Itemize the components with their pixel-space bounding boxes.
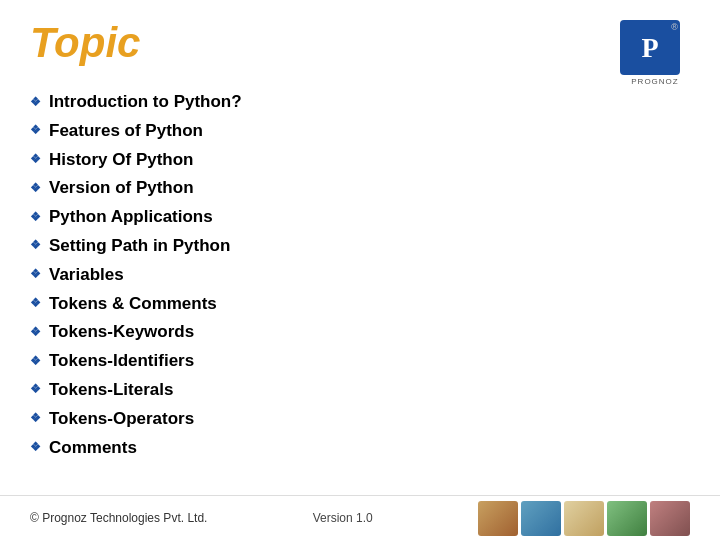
list-item: Features of Python [30, 119, 690, 143]
list-item: Setting Path in Python [30, 234, 690, 258]
header: Topic P ® PROGNOZ [30, 20, 690, 80]
version-text: Version 1.0 [313, 511, 373, 525]
bullet-icon [30, 266, 41, 283]
bullet-icon [30, 381, 41, 398]
bullet-icon [30, 324, 41, 341]
list-item: Comments [30, 436, 690, 460]
topic-label: Features of Python [49, 119, 203, 143]
footer-images [478, 501, 690, 536]
list-item: Tokens & Comments [30, 292, 690, 316]
topic-label: Tokens-Literals [49, 378, 173, 402]
bullet-icon [30, 209, 41, 226]
topic-label: Python Applications [49, 205, 213, 229]
logo: P ® PROGNOZ [620, 20, 690, 80]
slide: Topic P ® PROGNOZ Introduction to Python… [0, 0, 720, 540]
topic-label: Tokens & Comments [49, 292, 217, 316]
topic-label: Setting Path in Python [49, 234, 230, 258]
list-item: Tokens-Identifiers [30, 349, 690, 373]
topic-label: Tokens-Keywords [49, 320, 194, 344]
list-item: Python Applications [30, 205, 690, 229]
bullet-icon [30, 237, 41, 254]
bullet-icon [30, 410, 41, 427]
logo-box: P ® [620, 20, 680, 75]
footer-image-5 [650, 501, 690, 536]
bullet-icon [30, 122, 41, 139]
bullet-icon [30, 151, 41, 168]
topic-label: Tokens-Identifiers [49, 349, 194, 373]
topic-label: Tokens-Operators [49, 407, 194, 431]
topic-label: Introduction to Python? [49, 90, 242, 114]
list-item: Version of Python [30, 176, 690, 200]
logo-tagline: PROGNOZ [620, 77, 690, 86]
list-item: Variables [30, 263, 690, 287]
bullet-icon [30, 295, 41, 312]
footer-image-3 [564, 501, 604, 536]
logo-registered: ® [671, 22, 678, 32]
bullet-icon [30, 94, 41, 111]
footer-image-1 [478, 501, 518, 536]
page-title: Topic [30, 20, 140, 66]
bullet-icon [30, 439, 41, 456]
topic-list: Introduction to Python?Features of Pytho… [30, 90, 690, 459]
footer: © Prognoz Technologies Pvt. Ltd. Version… [0, 495, 720, 540]
copyright-text: © Prognoz Technologies Pvt. Ltd. [30, 511, 207, 525]
list-item: Tokens-Literals [30, 378, 690, 402]
list-item: Tokens-Operators [30, 407, 690, 431]
list-item: Tokens-Keywords [30, 320, 690, 344]
footer-image-2 [521, 501, 561, 536]
topic-label: Version of Python [49, 176, 194, 200]
logo-letter: P [641, 32, 658, 64]
list-item: Introduction to Python? [30, 90, 690, 114]
bullet-icon [30, 180, 41, 197]
topic-label: History Of Python [49, 148, 194, 172]
footer-image-4 [607, 501, 647, 536]
topic-label: Variables [49, 263, 124, 287]
list-item: History Of Python [30, 148, 690, 172]
bullet-icon [30, 353, 41, 370]
topic-label: Comments [49, 436, 137, 460]
